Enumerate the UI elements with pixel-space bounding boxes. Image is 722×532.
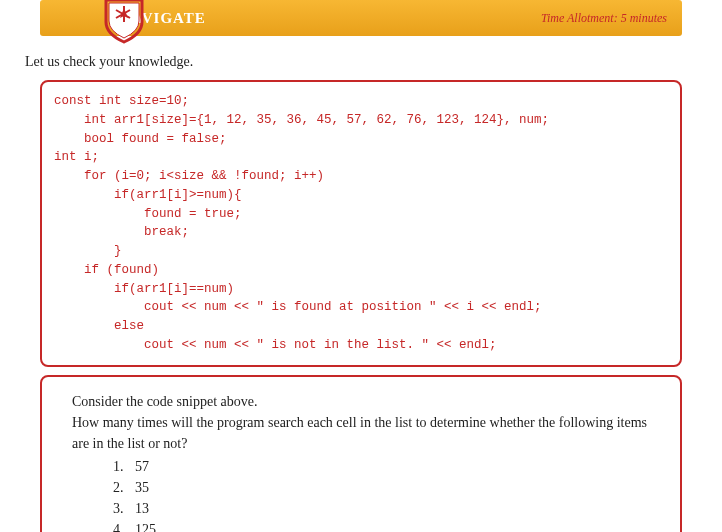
question-item: 13 [127, 498, 650, 519]
question-prompt-1: Consider the code snippet above. [72, 391, 650, 412]
intro-text: Let us check your knowledge. [25, 54, 697, 70]
question-item: 35 [127, 477, 650, 498]
question-item: 125 [127, 519, 650, 533]
navigate-shield-icon [102, 0, 146, 44]
question-items-list: 57 35 13 125 62 [127, 456, 650, 533]
question-prompt-2: How many times will the program search e… [72, 412, 650, 454]
header-bar: NAVIGATE Time Allotment: 5 minutes [40, 0, 682, 36]
code-snippet: const int size=10; int arr1[size]={1, 12… [40, 80, 682, 367]
question-item: 57 [127, 456, 650, 477]
question-box: Consider the code snippet above. How man… [40, 375, 682, 533]
time-allotment: Time Allotment: 5 minutes [541, 11, 667, 26]
